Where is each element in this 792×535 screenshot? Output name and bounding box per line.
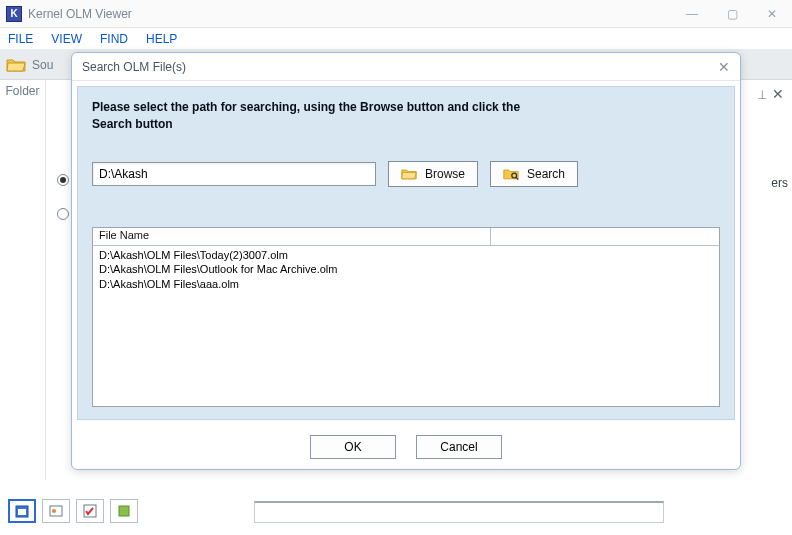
svg-rect-1 <box>18 509 26 515</box>
cancel-button[interactable]: Cancel <box>416 435 502 459</box>
radio-options <box>57 174 69 220</box>
column-file-name[interactable]: File Name <box>93 228 491 245</box>
results-body[interactable]: D:\Akash\OLM Files\Today(2)3007.olm D:\A… <box>93 246 719 406</box>
dialog-body: Please select the path for searching, us… <box>77 86 735 420</box>
right-text-fragment: ers <box>771 176 788 190</box>
left-pane-label: Folder <box>5 84 39 98</box>
bottom-strip <box>8 499 664 523</box>
svg-rect-5 <box>119 506 129 516</box>
browse-label: Browse <box>425 167 465 181</box>
results-table: File Name D:\Akash\OLM Files\Today(2)300… <box>92 227 720 407</box>
dialog-close-button[interactable]: ✕ <box>718 59 730 75</box>
minimize-button[interactable]: — <box>678 7 706 21</box>
svg-point-3 <box>52 509 56 513</box>
search-dialog: Search OLM File(s) ✕ Please select the p… <box>71 52 741 470</box>
menu-help[interactable]: HELP <box>146 32 177 46</box>
result-row[interactable]: D:\Akash\OLM Files\Today(2)3007.olm <box>99 248 713 263</box>
bottom-tab-4[interactable] <box>110 499 138 523</box>
dialog-titlebar: Search OLM File(s) ✕ <box>72 53 740 81</box>
pin-icon[interactable]: ⟂ <box>758 86 766 102</box>
folder-open-icon <box>401 167 417 181</box>
result-row[interactable]: D:\Akash\OLM Files\Outlook for Mac Archi… <box>99 262 713 277</box>
dialog-instruction: Please select the path for searching, us… <box>92 99 552 133</box>
dialog-title: Search OLM File(s) <box>82 60 718 74</box>
folder-search-icon <box>503 167 519 181</box>
radio-option-1[interactable] <box>57 174 69 186</box>
path-row: Browse Search <box>92 161 720 187</box>
note-icon <box>117 504 131 518</box>
close-button[interactable]: ✕ <box>758 7 786 21</box>
calendar-icon <box>15 504 29 518</box>
radio-option-2[interactable] <box>57 208 69 220</box>
right-pane-pin: ⟂ ✕ <box>758 86 784 102</box>
bottom-tab-3[interactable] <box>76 499 104 523</box>
app-title: Kernel OLM Viewer <box>28 7 678 21</box>
main-titlebar: K Kernel OLM Viewer — ▢ ✕ <box>0 0 792 28</box>
bottom-tab-1[interactable] <box>8 499 36 523</box>
menu-find[interactable]: FIND <box>100 32 128 46</box>
task-icon <box>83 504 97 518</box>
dialog-footer: OK Cancel <box>72 425 740 469</box>
ok-button[interactable]: OK <box>310 435 396 459</box>
result-row[interactable]: D:\Akash\OLM Files\aaa.olm <box>99 277 713 292</box>
pane-close-icon[interactable]: ✕ <box>772 86 784 102</box>
menu-file[interactable]: FILE <box>8 32 33 46</box>
browse-button[interactable]: Browse <box>388 161 478 187</box>
status-hint <box>254 501 664 523</box>
column-spacer <box>491 228 719 245</box>
results-header: File Name <box>93 228 719 246</box>
menubar: FILE VIEW FIND HELP <box>0 28 792 50</box>
maximize-button[interactable]: ▢ <box>718 7 746 21</box>
search-button[interactable]: Search <box>490 161 578 187</box>
menu-view[interactable]: VIEW <box>51 32 82 46</box>
search-label: Search <box>527 167 565 181</box>
bottom-tab-2[interactable] <box>42 499 70 523</box>
toolbar-source-label: Sou <box>32 58 53 72</box>
folder-open-icon[interactable] <box>6 57 26 73</box>
contact-icon <box>49 504 63 518</box>
path-input[interactable] <box>92 162 376 186</box>
left-pane: Folder <box>0 80 46 480</box>
app-icon: K <box>6 6 22 22</box>
